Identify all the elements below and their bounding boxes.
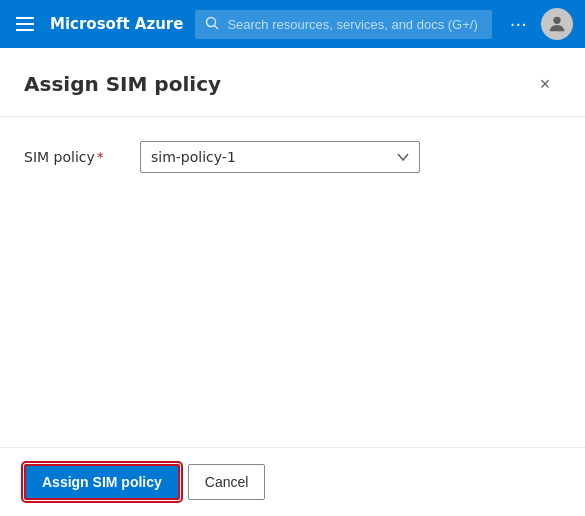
panel-body: SIM policy * sim-policy-1 bbox=[0, 117, 585, 447]
svg-point-5 bbox=[553, 17, 560, 24]
sim-policy-selected-value: sim-policy-1 bbox=[151, 149, 236, 165]
search-icon bbox=[205, 16, 219, 33]
svg-rect-1 bbox=[16, 23, 34, 25]
chevron-down-icon bbox=[397, 150, 409, 164]
sim-policy-row: SIM policy * sim-policy-1 bbox=[24, 141, 561, 173]
user-avatar[interactable] bbox=[541, 8, 573, 40]
sim-policy-label: SIM policy * bbox=[24, 149, 124, 165]
hamburger-icon bbox=[16, 14, 34, 35]
page-title: Assign SIM policy bbox=[24, 72, 221, 96]
more-options-button[interactable]: ··· bbox=[504, 10, 533, 39]
svg-rect-0 bbox=[16, 17, 34, 19]
hamburger-menu-button[interactable] bbox=[12, 10, 38, 39]
svg-rect-2 bbox=[16, 29, 34, 31]
sim-policy-control: sim-policy-1 bbox=[140, 141, 561, 173]
navigation-bar: Microsoft Azure ··· bbox=[0, 0, 585, 48]
required-indicator: * bbox=[97, 149, 104, 165]
sim-policy-dropdown[interactable]: sim-policy-1 bbox=[140, 141, 420, 173]
panel-header: Assign SIM policy × bbox=[0, 48, 585, 117]
cancel-button[interactable]: Cancel bbox=[188, 464, 266, 500]
close-button[interactable]: × bbox=[529, 68, 561, 100]
svg-line-4 bbox=[215, 25, 219, 29]
main-panel: Assign SIM policy × SIM policy * sim-pol… bbox=[0, 48, 585, 516]
azure-logo: Microsoft Azure bbox=[50, 15, 183, 33]
nav-right-actions: ··· bbox=[504, 8, 573, 40]
search-bar[interactable] bbox=[195, 10, 491, 39]
assign-sim-policy-button[interactable]: Assign SIM policy bbox=[24, 464, 180, 500]
search-input[interactable] bbox=[227, 17, 481, 32]
panel-footer: Assign SIM policy Cancel bbox=[0, 447, 585, 516]
svg-point-3 bbox=[207, 17, 216, 26]
